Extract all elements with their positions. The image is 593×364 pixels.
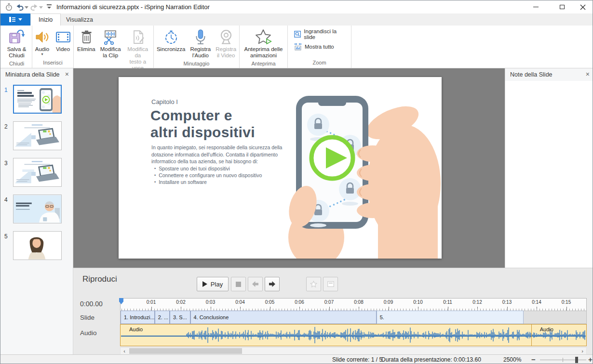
thumbnail-number-1: 1 xyxy=(4,87,8,93)
thumbnails-panel: Miniatura della Slide × 1 2 xyxy=(0,68,73,354)
audio-row-label: Audio xyxy=(80,329,97,337)
scrollbar-right-arrow[interactable]: › xyxy=(579,348,586,354)
thumbnail-number-2: 2 xyxy=(4,123,8,130)
app-menu-icon xyxy=(9,16,16,23)
ruler-tick-label: 0:01 xyxy=(142,299,161,305)
audio-clip-divider xyxy=(531,325,532,346)
thumbnail-3-preview xyxy=(13,158,61,186)
current-time: 0:00.00 xyxy=(80,300,103,308)
salva-chiudi-button[interactable]: Salva & Chiudi xyxy=(5,27,28,59)
timeline-ruler[interactable]: 0:010:020:030:040:050:060:070:080:090:10… xyxy=(120,298,587,311)
timeline-audio-track[interactable]: AudioAudio xyxy=(120,324,587,346)
slide-bullet: •Spostare uno dei tuoi dispositivi xyxy=(154,165,299,172)
play-button[interactable]: Play xyxy=(197,277,229,291)
video-film-icon xyxy=(55,28,71,46)
slide-thumbnail-3[interactable] xyxy=(13,158,62,187)
zoom-slider-thumb[interactable] xyxy=(575,357,578,363)
status-zoom-level: 2500% xyxy=(503,356,521,363)
ruler-tick-label: 0:14 xyxy=(527,299,546,305)
tab-inizio[interactable]: Inizio xyxy=(30,13,61,26)
ispring-narration-editor-window: Informazioni di sicurezza.pptx - iSpring… xyxy=(0,0,593,364)
timeline-slide-segment[interactable]: 1. Introduzi... xyxy=(121,311,155,324)
slide-title: Computer e altri dispositivi xyxy=(150,107,255,141)
ruler-tick-label: 0:03 xyxy=(201,299,220,305)
slide-bullet: •Installare un software xyxy=(154,179,299,185)
playback-section-title: Riproduci xyxy=(82,274,117,284)
toolbar-customize-button[interactable] xyxy=(46,3,53,11)
lock-icon xyxy=(339,178,361,200)
status-duration: Durata della presentazione: 0:00:13.60 xyxy=(381,356,481,363)
next-slide-button[interactable] xyxy=(265,277,280,291)
close-icon xyxy=(580,4,586,10)
ribbon-group-modifica: Elimina xyxy=(74,26,154,68)
ruler-tick-label: 0:04 xyxy=(230,299,250,305)
sincronizza-button[interactable]: Sincronizza xyxy=(155,27,187,59)
slide-thumbnail-2[interactable] xyxy=(13,121,62,150)
slide-thumbnail-5[interactable] xyxy=(13,231,62,260)
modifica-clip-button[interactable]: Modifica la Clip xyxy=(98,27,123,71)
redo-dropdown-caret[interactable] xyxy=(39,6,43,9)
ribbon-group-minutaggio: Sincronizza Registra l'Audio xyxy=(154,26,240,68)
bullet-dot: • xyxy=(154,179,156,185)
status-bar: Slide corrente: 1 / 5 Durata della prese… xyxy=(0,354,593,364)
group-label-anteprima: Anteprima xyxy=(241,59,286,69)
registra-video-button: Registra il Video xyxy=(214,27,238,59)
scrollbar-left-arrow[interactable]: ‹ xyxy=(121,348,128,354)
ruler-tick xyxy=(329,307,330,311)
elimina-button[interactable]: Elimina xyxy=(75,27,97,71)
redo-button xyxy=(30,3,38,11)
app-menu-button[interactable] xyxy=(0,13,30,26)
group-label-inserisci: Inserisci xyxy=(34,58,72,68)
app-stopwatch-icon xyxy=(5,3,13,11)
save-close-icon xyxy=(8,28,25,46)
ruler-tick xyxy=(507,307,508,311)
timeline-slide-track: 1. Introduzi...2. ...3. S...4. Conclusio… xyxy=(120,311,587,324)
notes-panel: Note della Slide × xyxy=(505,68,593,268)
thumbnail-1-preview xyxy=(14,86,61,113)
registra-audio-button[interactable]: Registra l'Audio xyxy=(188,27,213,59)
audio-clip-label: Audio xyxy=(129,326,143,332)
ruler-tick-label: 0:07 xyxy=(320,299,339,305)
video-button[interactable]: Video xyxy=(53,27,73,58)
star-play-icon xyxy=(255,28,273,46)
playback-section: Riproduci Play 0:00.00 Slide Audio xyxy=(73,268,593,354)
anteprima-animazioni-button[interactable]: Anteprima delle animazioni xyxy=(243,27,285,59)
timeline-slide-segment[interactable]: 5. xyxy=(377,311,524,324)
zoom-slider-track[interactable] xyxy=(540,360,586,360)
timeline-slide-segment[interactable]: 3. S... xyxy=(170,311,190,324)
notes-panel-close-icon[interactable]: × xyxy=(586,70,590,78)
ruler-tick-label: 0:11 xyxy=(438,299,458,305)
scrollbar-thumb[interactable] xyxy=(129,348,242,354)
timeline-scrollbar[interactable]: ‹ › xyxy=(120,347,587,355)
bullet-text: Connettere e configurare un nuovo dispos… xyxy=(159,172,262,179)
slide-thumbnail-1[interactable] xyxy=(13,85,62,114)
ruler-tick xyxy=(211,307,211,311)
zoom-in-button[interactable]: + xyxy=(588,355,593,364)
close-button[interactable] xyxy=(573,0,593,13)
slide-thumbnail-4[interactable] xyxy=(13,195,62,223)
thumbnail-5-preview xyxy=(13,232,61,260)
audio-button[interactable]: Audio ▾ xyxy=(33,27,52,58)
undo-dropdown-caret[interactable] xyxy=(25,6,28,9)
audio-waveform xyxy=(121,325,587,346)
thumbnail-number-3: 3 xyxy=(4,160,8,167)
minimize-button[interactable] xyxy=(526,0,545,13)
timeline-slide-segment[interactable]: 4. Conclusione xyxy=(190,311,377,324)
tab-visualizza[interactable]: Visualizza xyxy=(58,13,101,26)
ingrandisci-slide-button[interactable]: Ingrandisci la slide xyxy=(294,28,345,40)
slide-editor-view[interactable]: Capitolo I Computer e altri dispositivi … xyxy=(119,77,442,259)
undo-button[interactable] xyxy=(16,3,24,11)
lock-icon xyxy=(307,114,329,136)
ruler-tick xyxy=(181,307,181,311)
bullet-dot: • xyxy=(154,172,156,179)
slide-bullet: •Connettere e configurare un nuovo dispo… xyxy=(154,172,299,179)
maximize-button[interactable] xyxy=(553,0,572,13)
ruler-tick xyxy=(151,307,152,311)
stop-button xyxy=(231,277,246,291)
mostra-tutto-button[interactable]: Mostra tutto xyxy=(294,43,345,51)
ruler-tick xyxy=(359,307,359,311)
timeline-slide-segment[interactable]: 2. ... xyxy=(155,311,170,324)
modifica-tts-button: Modifica da testo a voce xyxy=(124,27,152,71)
zoom-out-button[interactable]: − xyxy=(531,355,536,364)
thumbnails-panel-close-icon[interactable]: × xyxy=(65,70,69,78)
